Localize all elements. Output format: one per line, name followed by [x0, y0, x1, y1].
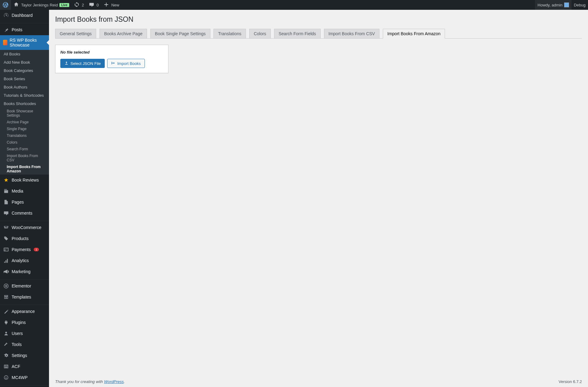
menu-users[interactable]: Users — [0, 328, 49, 339]
acf-icon — [3, 363, 9, 370]
menu-appearance[interactable]: Appearance — [0, 306, 49, 317]
svg-rect-3 — [5, 285, 6, 287]
marketing-icon — [3, 269, 9, 275]
comments-icon — [3, 210, 9, 216]
svg-rect-5 — [6, 286, 7, 286]
menu-pages[interactable]: Pages — [0, 197, 49, 208]
site-link[interactable]: Taylor Jenkings ReidLive — [11, 0, 72, 10]
menu-settings[interactable]: Settings — [0, 350, 49, 361]
account-link[interactable]: Howdy, admin — [535, 0, 571, 10]
menu-label: Dashboard — [12, 13, 33, 18]
menu-label: MC4WP — [12, 375, 28, 380]
plugins-icon — [3, 319, 9, 325]
users-icon — [3, 330, 9, 336]
admin-toolbar: Taylor Jenkings ReidLive 2 0 New Howdy, … — [0, 0, 588, 10]
woocommerce-icon — [3, 224, 9, 231]
nested-archive-page[interactable]: Archive Page — [2, 119, 49, 126]
appearance-icon — [3, 308, 9, 314]
submenu-all-books[interactable]: All Books — [0, 50, 49, 58]
menu-label: Elementor — [12, 284, 31, 288]
wordpress-icon — [2, 2, 9, 8]
submenu-add-new-book[interactable]: Add New Book — [0, 58, 49, 66]
menu-label: Posts — [12, 27, 22, 32]
submenu-book-authors[interactable]: Book Authors — [0, 83, 49, 91]
pin-icon — [3, 27, 9, 33]
comments-link[interactable]: 0 — [86, 0, 101, 10]
upload-icon — [64, 61, 69, 66]
menu-separator — [0, 303, 49, 305]
select-file-button[interactable]: Select JSON File — [60, 59, 105, 68]
footer-thanks: Thank you for creating with — [55, 379, 104, 384]
home-icon — [13, 2, 20, 8]
tab-translations[interactable]: Translations — [213, 29, 246, 38]
submenu-book-categories[interactable]: Book Categories — [0, 66, 49, 75]
import-box: No file selected Select JSON File Import… — [55, 45, 168, 73]
updates-link[interactable]: 2 — [72, 0, 86, 10]
content-area: Import Books from JSON General Settings … — [49, 0, 588, 387]
nested-import-amazon[interactable]: Import Books From Amazon — [2, 163, 49, 175]
menu-media[interactable]: Media — [0, 186, 49, 197]
nested-search-form[interactable]: Search Form — [2, 146, 49, 152]
menu-plugins[interactable]: Plugins — [0, 317, 49, 328]
debug-link[interactable]: Debug — [571, 0, 588, 10]
menu-analytics[interactable]: Analytics — [0, 255, 49, 266]
tab-single[interactable]: Book Single Page Settings — [150, 29, 210, 38]
book-plugin-icon — [3, 40, 7, 45]
settings-icon — [3, 352, 9, 359]
wordpress-link[interactable]: WordPress — [104, 379, 124, 384]
nested-translations[interactable]: Translations — [2, 132, 49, 139]
nested-import-csv[interactable]: Import Books From CSV — [2, 152, 49, 163]
tab-import-amazon[interactable]: Import Books From Amazon — [383, 29, 445, 39]
menu-mc4wp[interactable]: MC4WP — [0, 372, 49, 383]
tab-archive[interactable]: Books Archive Page — [100, 29, 147, 38]
menu-comments[interactable]: Comments — [0, 208, 49, 219]
submenu-tutorials[interactable]: Tutorials & Shortcodes — [0, 91, 49, 100]
menu-payments[interactable]: Payments1 — [0, 244, 49, 255]
nested-colors[interactable]: Colors — [2, 139, 49, 146]
menu-separator — [0, 384, 49, 385]
settings-tabs: General Settings Books Archive Page Book… — [55, 28, 582, 39]
menu-tools[interactable]: Tools — [0, 339, 49, 350]
menu-marketing[interactable]: Marketing — [0, 266, 49, 277]
menu-label: Tools — [12, 342, 22, 347]
menu-elementor[interactable]: Elementor — [0, 280, 49, 291]
svg-point-13 — [6, 377, 7, 378]
footer: Thank you for creating with WordPress. V… — [49, 376, 588, 387]
books-shortcodes-nested: Book Showcase Settings Archive Page Sing… — [0, 108, 49, 175]
site-name: Taylor Jenkings Reid — [21, 3, 58, 7]
howdy-text: Howdy, admin — [537, 3, 562, 7]
new-link[interactable]: New — [101, 0, 122, 10]
menu-woocommerce[interactable]: WooCommerce — [0, 222, 49, 233]
menu-dashboard[interactable]: Dashboard — [0, 10, 49, 21]
update-icon — [74, 2, 80, 8]
menu-posts[interactable]: Posts — [0, 24, 49, 35]
submenu-book-series[interactable]: Book Series — [0, 75, 49, 83]
tab-colors[interactable]: Colors — [249, 29, 271, 38]
tab-general[interactable]: General Settings — [55, 29, 96, 38]
menu-label: Payments — [12, 247, 31, 252]
submenu-books-shortcodes[interactable]: Books Shortcodes — [0, 100, 49, 108]
menu-label: ACF — [12, 364, 20, 369]
menu-rs-books[interactable]: RS WP Books Showcase — [0, 35, 49, 50]
tab-import-csv[interactable]: Import Books From CSV — [324, 29, 380, 38]
nested-showcase-settings[interactable]: Book Showcase Settings — [2, 108, 49, 119]
menu-acf[interactable]: ACF — [0, 361, 49, 372]
menu-separator — [0, 220, 49, 221]
no-file-text: No file selected — [60, 50, 163, 54]
tab-search[interactable]: Search Form Fields — [274, 29, 321, 38]
menu-book-reviews[interactable]: ★Book Reviews — [0, 175, 49, 186]
import-books-button[interactable]: Import Books — [107, 59, 145, 68]
menu-label: Comments — [12, 211, 32, 216]
elementor-icon — [3, 283, 9, 289]
svg-rect-8 — [5, 365, 6, 366]
menu-label: Templates — [12, 295, 31, 299]
export-icon — [111, 61, 115, 66]
nested-single-page[interactable]: Single Page — [2, 126, 49, 132]
menu-templates[interactable]: Templates — [0, 291, 49, 302]
svg-point-12 — [5, 377, 6, 378]
menu-label: Products — [12, 236, 28, 241]
wp-logo[interactable] — [0, 0, 11, 10]
tools-icon — [3, 341, 9, 348]
avatar-icon — [564, 2, 569, 7]
menu-products[interactable]: Products — [0, 233, 49, 244]
